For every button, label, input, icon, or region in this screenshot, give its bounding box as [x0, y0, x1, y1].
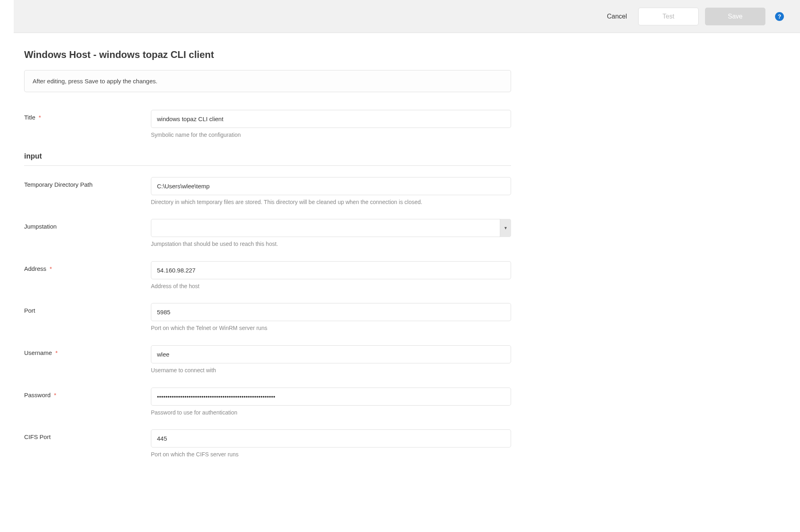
required-marker: *: [39, 114, 41, 121]
label-text: Address: [24, 265, 46, 272]
jumpstation-select[interactable]: [151, 219, 511, 237]
info-banner: After editing, press Save to apply the c…: [24, 70, 511, 92]
cifs-port-hint: Port on which the CIFS server runs: [151, 451, 511, 459]
password-input[interactable]: [151, 388, 511, 406]
title-hint: Symbolic name for the configuration: [151, 131, 511, 139]
username-label: Username *: [24, 345, 151, 356]
password-label: Password *: [24, 388, 151, 398]
cifs-port-input[interactable]: [151, 429, 511, 447]
content-area: Windows Host - windows topaz CLI client …: [0, 33, 563, 488]
title-input[interactable]: [151, 110, 511, 128]
port-input[interactable]: [151, 303, 511, 321]
label-text: Jumpstation: [24, 223, 57, 230]
field-row-cifs-port: CIFS Port Port on which the CIFS server …: [24, 429, 511, 459]
temp-dir-input[interactable]: [151, 177, 511, 195]
field-row-address: Address * Address of the host: [24, 261, 511, 291]
title-label: Title *: [24, 110, 151, 121]
field-row-title: Title * Symbolic name for the configurat…: [24, 110, 511, 139]
required-marker: *: [55, 349, 58, 356]
username-input[interactable]: [151, 345, 511, 363]
cifs-port-label: CIFS Port: [24, 429, 151, 440]
cancel-button[interactable]: Cancel: [602, 13, 632, 20]
label-text: Password: [24, 392, 51, 398]
save-button[interactable]: Save: [705, 8, 765, 25]
field-row-username: Username * Username to connect with: [24, 345, 511, 375]
required-marker: *: [54, 392, 56, 398]
username-hint: Username to connect with: [151, 367, 511, 375]
password-hint: Password to use for authentication: [151, 409, 511, 417]
field-row-port: Port Port on which the Telnet or WinRM s…: [24, 303, 511, 332]
header-bar: Cancel Test Save ?: [14, 0, 800, 33]
label-text: Title: [24, 114, 35, 121]
help-icon[interactable]: ?: [775, 12, 784, 21]
required-marker: *: [49, 265, 52, 272]
port-hint: Port on which the Telnet or WinRM server…: [151, 324, 511, 332]
field-row-temp-dir: Temporary Directory Path Directory in wh…: [24, 177, 511, 206]
jumpstation-hint: Jumpstation that should be used to reach…: [151, 240, 511, 248]
label-text: Temporary Directory Path: [24, 181, 93, 188]
temp-dir-hint: Directory in which temporary files are s…: [151, 198, 511, 206]
field-row-jumpstation: Jumpstation ▼ Jumpstation that should be…: [24, 219, 511, 248]
address-label: Address *: [24, 261, 151, 272]
field-row-password: Password * Password to use for authentic…: [24, 388, 511, 417]
port-label: Port: [24, 303, 151, 314]
label-text: CIFS Port: [24, 433, 51, 440]
temp-dir-label: Temporary Directory Path: [24, 177, 151, 188]
address-input[interactable]: [151, 261, 511, 279]
page-title: Windows Host - windows topaz CLI client: [24, 49, 539, 60]
label-text: Username: [24, 349, 52, 356]
label-text: Port: [24, 307, 35, 314]
section-header-input: input: [24, 152, 511, 166]
jumpstation-label: Jumpstation: [24, 219, 151, 230]
test-button[interactable]: Test: [638, 8, 699, 25]
address-hint: Address of the host: [151, 282, 511, 291]
